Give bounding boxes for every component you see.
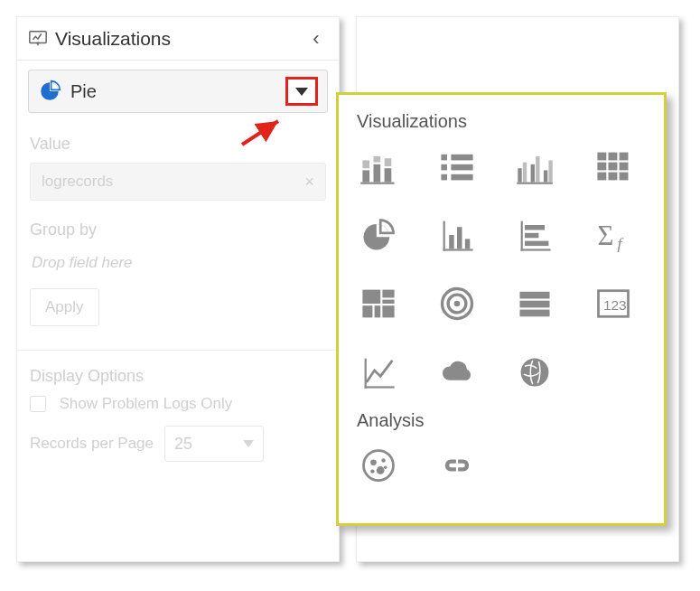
- viz-cloud[interactable]: [435, 351, 479, 394]
- chart-type-label: Pie: [70, 81, 285, 102]
- viz-line[interactable]: [357, 351, 400, 394]
- svg-rect-26: [608, 163, 617, 171]
- svg-rect-44: [362, 290, 380, 304]
- svg-rect-35: [457, 227, 462, 249]
- svg-rect-0: [30, 31, 46, 42]
- svg-rect-12: [451, 164, 472, 171]
- svg-text:123: 123: [603, 297, 627, 313]
- svg-rect-9: [441, 155, 447, 161]
- viz-number-tile[interactable]: 123: [592, 282, 635, 325]
- svg-point-62: [370, 459, 377, 465]
- panel-body: Value logrecords × Group by Drop field h…: [17, 113, 339, 462]
- svg-rect-16: [523, 163, 527, 183]
- pie-icon: [38, 80, 61, 103]
- svg-rect-41: [525, 241, 548, 247]
- svg-rect-34: [449, 235, 454, 249]
- svg-rect-40: [525, 233, 538, 239]
- svg-rect-21: [517, 183, 553, 184]
- svg-rect-28: [597, 173, 606, 181]
- svg-rect-32: [443, 221, 444, 251]
- svg-rect-36: [464, 239, 470, 249]
- viz-grid[interactable]: [592, 145, 635, 188]
- divider: [17, 350, 339, 351]
- svg-rect-47: [362, 305, 372, 317]
- chevron-down-icon: [243, 440, 254, 447]
- apply-button[interactable]: Apply: [30, 288, 99, 326]
- svg-point-66: [384, 465, 387, 469]
- viz-list[interactable]: [435, 145, 479, 188]
- svg-rect-18: [536, 156, 539, 183]
- chart-type-dropdown-button[interactable]: [285, 77, 318, 106]
- svg-rect-53: [520, 292, 550, 299]
- chart-type-popup: Visualizations Σf 123 Analysis: [336, 92, 667, 526]
- svg-point-63: [381, 458, 385, 462]
- viz-treemap[interactable]: [357, 282, 400, 325]
- analysis-cluster[interactable]: [357, 444, 400, 487]
- svg-rect-6: [385, 168, 392, 182]
- svg-point-61: [364, 451, 394, 481]
- svg-rect-17: [531, 164, 535, 183]
- svg-rect-10: [451, 155, 472, 161]
- viz-grouped-bar[interactable]: [513, 145, 556, 188]
- svg-rect-30: [619, 173, 628, 181]
- popup-analysis-heading: Analysis: [357, 410, 649, 431]
- svg-text:Σ: Σ: [597, 220, 613, 251]
- svg-rect-22: [597, 153, 606, 161]
- svg-rect-48: [375, 305, 381, 317]
- show-problem-logs-row[interactable]: Show Problem Logs Only: [30, 395, 326, 413]
- records-per-page-value: 25: [174, 435, 192, 454]
- svg-point-60: [521, 359, 549, 387]
- svg-rect-49: [382, 305, 394, 317]
- svg-text:f: f: [617, 234, 623, 252]
- svg-point-52: [453, 301, 460, 307]
- svg-rect-38: [521, 249, 551, 250]
- visualizations-grid: Σf 123: [353, 145, 649, 401]
- viz-stacked-bar[interactable]: [357, 145, 400, 188]
- collapse-button[interactable]: ‹: [304, 27, 328, 51]
- popup-visualizations-heading: Visualizations: [357, 111, 649, 132]
- svg-rect-39: [525, 225, 545, 230]
- viz-summation[interactable]: Σf: [592, 213, 635, 257]
- svg-rect-55: [520, 310, 550, 317]
- value-label: Value: [30, 135, 326, 154]
- svg-rect-37: [521, 221, 523, 251]
- viz-pie[interactable]: [357, 213, 400, 257]
- viz-table-rows[interactable]: [513, 282, 556, 325]
- svg-point-64: [377, 466, 385, 474]
- visualizations-panel: Visualizations ‹ Pie Value logrecords × …: [16, 16, 340, 562]
- svg-rect-4: [374, 164, 381, 183]
- show-problem-logs-label: Show Problem Logs Only: [59, 395, 232, 412]
- viz-globe[interactable]: [513, 351, 556, 394]
- viz-bar[interactable]: [435, 213, 479, 257]
- show-problem-logs-checkbox[interactable]: [30, 396, 46, 412]
- svg-rect-20: [548, 160, 552, 182]
- svg-rect-24: [619, 153, 628, 161]
- svg-rect-11: [441, 164, 447, 171]
- chart-type-selector[interactable]: Pie: [28, 70, 328, 113]
- svg-rect-19: [544, 170, 547, 182]
- panel-header: Visualizations ‹: [17, 17, 339, 61]
- value-field[interactable]: logrecords ×: [30, 163, 326, 201]
- clear-value-icon[interactable]: ×: [304, 163, 314, 201]
- value-field-text: logrecords: [42, 163, 113, 201]
- monitor-chart-icon: [28, 29, 48, 49]
- groupby-dropzone[interactable]: Drop field here: [30, 249, 326, 288]
- records-per-page-select[interactable]: 25: [164, 426, 264, 462]
- svg-point-65: [370, 469, 374, 473]
- viz-horizontal-bar[interactable]: [513, 213, 556, 257]
- svg-rect-15: [518, 168, 521, 182]
- panel-title: Visualizations: [55, 28, 304, 50]
- svg-rect-5: [374, 156, 381, 163]
- viz-target-gauge[interactable]: [435, 282, 479, 325]
- svg-rect-54: [520, 301, 550, 308]
- groupby-label: Group by: [30, 220, 326, 239]
- svg-rect-45: [382, 290, 394, 298]
- svg-rect-23: [608, 153, 617, 161]
- svg-rect-2: [362, 170, 369, 182]
- display-options-heading: Display Options: [30, 367, 326, 386]
- svg-rect-8: [360, 183, 394, 184]
- svg-rect-59: [365, 386, 395, 388]
- analysis-link[interactable]: [435, 444, 479, 487]
- svg-rect-58: [365, 359, 367, 389]
- records-per-page-row: Records per Page 25: [30, 426, 326, 462]
